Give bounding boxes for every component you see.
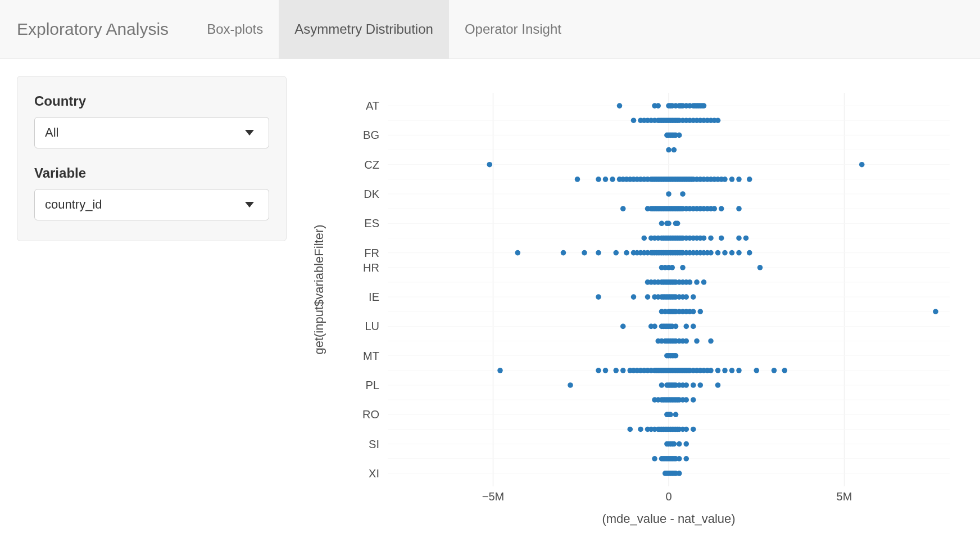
svg-point-303 (697, 309, 703, 314)
svg-point-416 (668, 412, 673, 418)
svg-text:−5M: −5M (482, 490, 504, 503)
svg-point-201 (708, 236, 714, 241)
svg-text:SI: SI (369, 438, 379, 450)
svg-text:XI: XI (369, 467, 379, 480)
svg-point-290 (691, 294, 696, 300)
svg-point-417 (673, 412, 679, 418)
svg-text:5M: 5M (837, 490, 852, 503)
svg-point-329 (683, 338, 689, 344)
svg-point-243 (715, 250, 721, 256)
svg-point-252 (680, 265, 686, 270)
svg-point-396 (697, 382, 703, 388)
svg-point-85 (666, 147, 672, 153)
svg-point-178 (641, 236, 647, 241)
svg-point-315 (673, 324, 679, 329)
svg-point-457 (683, 456, 689, 462)
variable-select-value: country_id (45, 197, 102, 212)
svg-point-200 (701, 236, 707, 241)
svg-point-90 (596, 177, 601, 182)
svg-point-272 (701, 279, 707, 285)
svg-point-246 (736, 250, 742, 256)
svg-point-209 (613, 250, 619, 256)
svg-text:PL: PL (366, 379, 379, 391)
caret-down-icon (245, 130, 254, 136)
svg-point-202 (719, 236, 724, 241)
svg-point-412 (683, 397, 689, 403)
tab-asymmetry-distribution[interactable]: Asymmetry Distribution (279, 0, 449, 58)
svg-point-376 (708, 368, 714, 373)
variable-label: Variable (34, 165, 269, 181)
svg-point-339 (596, 368, 601, 373)
svg-point-384 (568, 382, 573, 388)
svg-point-446 (652, 456, 657, 462)
svg-point-172 (736, 206, 742, 211)
svg-point-204 (743, 236, 749, 241)
svg-point-139 (666, 191, 672, 197)
svg-point-395 (691, 382, 696, 388)
svg-point-173 (659, 221, 665, 227)
svg-text:DK: DK (364, 188, 379, 200)
svg-point-86 (672, 147, 677, 153)
svg-point-381 (754, 368, 759, 373)
svg-point-394 (683, 382, 689, 388)
svg-point-341 (613, 368, 619, 373)
svg-text:IE: IE (369, 291, 379, 303)
svg-text:AT: AT (366, 100, 379, 112)
svg-point-270 (687, 279, 693, 285)
sidebar-panel: Country All Variable country_id (17, 76, 287, 241)
plot-area: ATBGCZDKESFRHRIELUMTPLROSIXI−5M05M(mde_v… (287, 76, 963, 537)
svg-text:0: 0 (665, 490, 672, 503)
svg-point-207 (582, 250, 587, 256)
svg-point-273 (596, 294, 601, 300)
svg-point-271 (694, 279, 700, 285)
country-select[interactable]: All (34, 117, 269, 148)
svg-point-251 (669, 265, 675, 270)
svg-point-89 (575, 177, 580, 182)
svg-point-337 (673, 353, 679, 359)
tab-box-plots[interactable]: Box-plots (191, 0, 279, 58)
svg-point-245 (729, 250, 735, 256)
svg-text:RO: RO (362, 408, 379, 421)
svg-point-438 (691, 427, 696, 432)
svg-point-443 (672, 441, 677, 447)
svg-point-444 (677, 441, 682, 447)
svg-point-379 (729, 368, 735, 373)
svg-text:BG: BG (363, 129, 379, 141)
svg-point-419 (638, 427, 643, 432)
variable-select[interactable]: country_id (34, 189, 269, 220)
svg-point-177 (675, 221, 680, 227)
svg-text:HR: HR (363, 261, 379, 274)
svg-point-456 (677, 456, 682, 462)
svg-point-378 (722, 368, 728, 373)
svg-point-77 (715, 118, 721, 123)
tab-operator-insight[interactable]: Operator Insight (449, 0, 577, 58)
svg-point-244 (722, 250, 728, 256)
svg-point-331 (708, 338, 714, 344)
svg-point-170 (711, 206, 717, 211)
svg-text:ES: ES (364, 217, 379, 229)
navbar: Exploratory Analysis Box-plots Asymmetry… (0, 0, 980, 59)
svg-point-289 (683, 294, 689, 300)
svg-point-141 (620, 206, 626, 211)
svg-point-203 (736, 236, 742, 241)
svg-point-47 (701, 103, 707, 109)
app-title: Exploratory Analysis (17, 20, 169, 39)
svg-point-304 (933, 309, 938, 314)
svg-text:FR: FR (364, 247, 379, 259)
svg-point-377 (715, 368, 721, 373)
svg-point-418 (627, 427, 633, 432)
svg-point-135 (722, 177, 728, 182)
svg-point-175 (666, 221, 672, 227)
svg-point-247 (747, 250, 752, 256)
svg-point-31 (655, 103, 661, 109)
svg-point-87 (487, 162, 492, 168)
svg-point-208 (596, 250, 601, 256)
country-label: Country (34, 93, 269, 109)
svg-point-92 (610, 177, 615, 182)
svg-point-140 (680, 191, 686, 197)
svg-point-342 (620, 368, 626, 373)
svg-point-137 (736, 177, 742, 182)
svg-point-91 (603, 177, 609, 182)
svg-point-305 (620, 324, 626, 329)
svg-text:LU: LU (365, 320, 379, 332)
